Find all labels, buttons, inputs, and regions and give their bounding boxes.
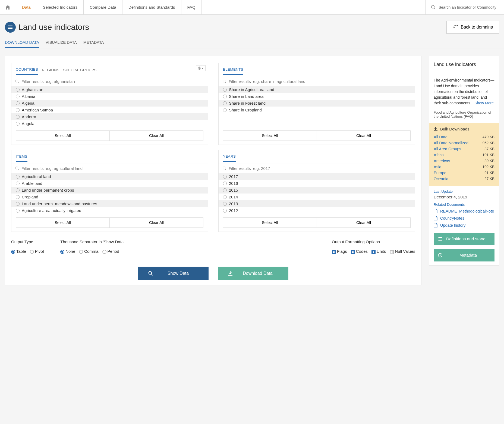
sidebar-title: Land use indicators [429, 56, 499, 73]
sep-comma[interactable]: Comma [79, 249, 99, 254]
related-doc-link[interactable]: CountryNotes [434, 215, 494, 222]
bulk-download-link[interactable]: Oceania [434, 177, 448, 181]
option-list[interactable]: 201720162015201420132012 [219, 173, 415, 214]
subtab-visualize-data[interactable]: VISUALIZE DATA [46, 40, 77, 48]
fmt-units[interactable]: Units [371, 249, 386, 254]
option-item[interactable]: Angola [11, 120, 208, 127]
option-item[interactable]: Land under perm. meadows and pastures [11, 200, 208, 207]
nav-selected-indicators[interactable]: Selected Indicators [37, 0, 84, 14]
option-item[interactable]: 2015 [219, 187, 415, 194]
option-item[interactable]: Cropland [11, 194, 208, 200]
radio-icon [223, 108, 227, 112]
related-doc-link[interactable]: Update history [434, 222, 494, 229]
bulk-download-link[interactable]: Americas [434, 159, 450, 163]
fmt-null[interactable]: Null Values [390, 249, 415, 254]
filter-input-items[interactable] [21, 166, 204, 171]
panel-items: ITEMS Agricultural landArable landLand u… [11, 150, 208, 232]
bulk-download-row: Americas89 KB [434, 158, 494, 164]
menu-button[interactable] [5, 22, 16, 33]
search-icon [431, 5, 436, 10]
radio-icon [16, 101, 20, 105]
related-doc-link[interactable]: README_MethodologicalNote [434, 208, 494, 215]
option-list[interactable]: Agricultural landArable landLand under p… [11, 173, 208, 214]
option-list[interactable]: Share in Agricultural landShare in Land … [219, 86, 415, 127]
option-item[interactable]: Share in Cropland [219, 107, 415, 113]
option-item[interactable]: Algeria [11, 100, 208, 107]
radio-icon [16, 182, 20, 185]
sep-none[interactable]: None [60, 249, 75, 254]
filter-input-countries[interactable] [21, 79, 204, 84]
option-item[interactable]: Albania [11, 93, 208, 100]
option-item[interactable]: 2017 [219, 173, 415, 180]
subtab-metadata[interactable]: METADATA [83, 40, 104, 48]
panel-tab-years[interactable]: YEARS [223, 154, 236, 162]
metadata-button[interactable]: Metadata [434, 249, 494, 261]
select-all-button[interactable]: Select All [16, 130, 109, 141]
nav-data[interactable]: Data [16, 0, 37, 14]
option-item[interactable]: 2016 [219, 180, 415, 187]
panel-tab-elements[interactable]: ELEMENTS [223, 67, 243, 75]
show-data-button[interactable]: Show Data [138, 267, 209, 280]
panel-tab-special-groups[interactable]: SPECIAL GROUPS [63, 68, 97, 75]
option-item[interactable]: Afghanistan [11, 86, 208, 93]
nav-definitions-and-standards[interactable]: Definitions and Standards [122, 0, 181, 14]
svg-line-1 [434, 8, 436, 9]
top-search[interactable] [425, 0, 504, 14]
select-all-button[interactable]: Select All [223, 130, 317, 141]
related-docs-label: Related Documents [434, 202, 494, 207]
search-input[interactable] [439, 5, 499, 10]
option-item[interactable]: Share in Land area [219, 93, 415, 100]
download-data-button[interactable]: Download Data [218, 267, 288, 280]
output-type-pivot[interactable]: Pivot [30, 249, 44, 254]
bulk-download-link[interactable]: All Area Groups [434, 147, 461, 151]
show-more-link[interactable]: Show More [474, 101, 494, 105]
option-item[interactable]: 2013 [219, 200, 415, 207]
clear-all-button[interactable]: Clear All [109, 217, 203, 228]
option-item[interactable]: American Samoa [11, 107, 208, 113]
select-all-button[interactable]: Select All [16, 217, 109, 228]
radio-icon [16, 195, 20, 199]
option-item[interactable]: Share in Agricultural land [219, 86, 415, 93]
bulk-download-link[interactable]: All Data Normalized [434, 141, 468, 145]
bulk-download-link[interactable]: Asia [434, 165, 441, 169]
panel-settings-button[interactable] [196, 65, 206, 71]
clear-all-button[interactable]: Clear All [317, 130, 411, 141]
title-row: Land use indicators Back to domains [0, 15, 504, 34]
back-to-domains-button[interactable]: Back to domains [446, 21, 499, 34]
filter-input-years[interactable] [229, 166, 411, 171]
option-item[interactable]: 2014 [219, 194, 415, 200]
hamburger-icon [8, 26, 12, 29]
fmt-flags[interactable]: Flags [332, 249, 347, 254]
bulk-download-link[interactable]: Africa [434, 153, 444, 157]
option-item[interactable]: Andorra [11, 113, 208, 120]
clear-all-button[interactable]: Clear All [109, 130, 203, 141]
output-type-table[interactable]: Table [11, 249, 26, 254]
panel-tab-regions[interactable]: REGIONS [42, 68, 59, 75]
bulk-download-link[interactable]: Europe [434, 171, 446, 175]
select-all-button[interactable]: Select All [223, 217, 317, 228]
subtab-download-data[interactable]: DOWNLOAD DATA [5, 40, 39, 48]
filter-input-elements[interactable] [229, 79, 411, 84]
nav-compare-data[interactable]: Compare Data [84, 0, 122, 14]
option-item[interactable]: Land under permanent crops [11, 187, 208, 194]
sep-period[interactable]: Period [102, 249, 119, 254]
clear-all-button[interactable]: Clear All [317, 217, 411, 228]
bulk-download-row: All Area Groups87 KB [434, 146, 494, 152]
radio-icon [223, 195, 227, 199]
option-item[interactable]: Agricultural land [11, 173, 208, 180]
option-item[interactable]: Agriculture area actually irrigated [11, 207, 208, 214]
fmt-codes[interactable]: Codes [351, 249, 368, 254]
option-list[interactable]: AfghanistanAlbaniaAlgeriaAmerican SamoaA… [11, 86, 208, 127]
bulk-download-link[interactable]: All Data [434, 135, 448, 139]
radio-icon [16, 95, 20, 98]
nav-faq[interactable]: FAQ [181, 0, 202, 14]
nav-home[interactable] [0, 0, 16, 14]
svg-point-2 [199, 68, 200, 69]
option-item[interactable]: Arable land [11, 180, 208, 187]
option-item[interactable]: 2012 [219, 207, 415, 214]
panel-tab-items[interactable]: ITEMS [16, 154, 27, 162]
radio-icon [16, 188, 20, 192]
definitions-button[interactable]: Definitions and standa... [434, 233, 494, 245]
option-item[interactable]: Share in Forest land [219, 100, 415, 107]
panel-tab-countries[interactable]: COUNTRIES [16, 67, 38, 75]
